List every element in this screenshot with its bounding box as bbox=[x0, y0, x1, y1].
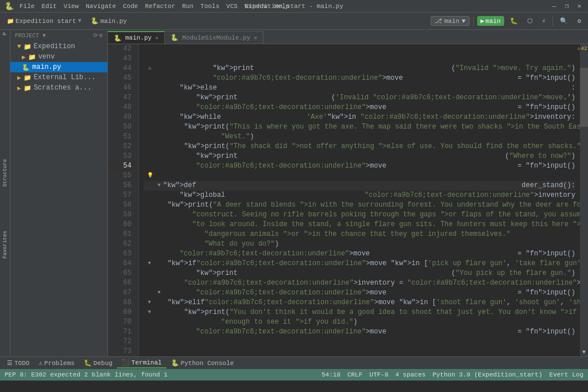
run-icon: ▶ bbox=[481, 17, 485, 25]
python-version[interactable]: Python 3.9 (Expedition_start) bbox=[432, 371, 542, 378]
project-header-icons: ⟳ ⚙ bbox=[93, 32, 103, 39]
run-label: main bbox=[485, 18, 500, 25]
bottom-tab-python-console[interactable]: 🐍 Python Console bbox=[167, 358, 238, 368]
evert-log[interactable]: Evert Log bbox=[550, 371, 583, 378]
py-icon: 🐍 bbox=[22, 64, 30, 71]
folder-icon6: 📁 bbox=[24, 74, 32, 81]
tree-label-scratches: Scratches a... bbox=[34, 84, 92, 92]
menu-run[interactable]: Run bbox=[180, 3, 196, 10]
branch-chevron: ▼ bbox=[462, 18, 466, 25]
run-button[interactable]: ▶ main bbox=[477, 16, 504, 26]
folder-icon: ▼ bbox=[17, 43, 21, 50]
project-selector[interactable]: 📁 Expedition start ▼ bbox=[3, 17, 85, 26]
project-header-label: Project ▼ bbox=[15, 33, 46, 39]
tree-label-venv: venv bbox=[38, 53, 55, 61]
tab-icon-1: 🐍 bbox=[114, 34, 122, 42]
project-panel-icon[interactable]: P bbox=[2, 32, 8, 35]
line-col-indicator[interactable]: 54:18 bbox=[322, 371, 341, 378]
scroll-thumb[interactable] bbox=[580, 68, 588, 127]
debug-button[interactable]: 🐛 bbox=[506, 16, 521, 26]
terminal-label: Terminal bbox=[131, 359, 162, 366]
bottom-tab-debug[interactable]: 🐛 Debug bbox=[79, 358, 117, 368]
right-gutter: ⚠ 42 ▲ ▼ bbox=[580, 44, 588, 356]
sidebar-icons: P Structure Favorites bbox=[0, 30, 10, 356]
settings-button[interactable]: ⚙ bbox=[574, 16, 585, 26]
menu-refactor[interactable]: Refactor bbox=[142, 3, 177, 10]
close-button[interactable]: ✕ bbox=[575, 2, 583, 10]
scroll-track[interactable] bbox=[580, 53, 588, 348]
tab-module-six[interactable]: 🐍 ModuleSixModule.py ✕ bbox=[165, 31, 264, 44]
coverage-icon: ⬡ bbox=[527, 17, 533, 25]
search-icon: 🔍 bbox=[560, 17, 568, 25]
tab-main-py[interactable]: 🐍 main.py ✕ bbox=[108, 31, 165, 44]
chevron-icon: ▼ bbox=[78, 18, 82, 24]
menu-file[interactable]: File bbox=[17, 3, 37, 10]
project-header: Project ▼ ⟳ ⚙ bbox=[10, 30, 107, 41]
bottom-tab-problems[interactable]: ⚠ Problems bbox=[34, 358, 79, 368]
settings-icon2[interactable]: ⚙ bbox=[99, 32, 103, 39]
file-selector[interactable]: 🐍 main.py bbox=[87, 16, 130, 26]
settings-icon: ⚙ bbox=[577, 17, 581, 25]
menu-code[interactable]: Code bbox=[121, 3, 140, 10]
favorites-panel-icon[interactable]: Favorites bbox=[2, 231, 8, 259]
titlebar: 🐍 File Edit View Navigate Code Refactor … bbox=[0, 0, 588, 13]
minimize-button[interactable]: — bbox=[550, 2, 558, 10]
crlf-indicator[interactable]: CRLF bbox=[347, 371, 362, 378]
encoding-indicator[interactable]: UTF-8 bbox=[369, 371, 388, 378]
tree-label-external: External Lib... bbox=[34, 73, 96, 81]
structure-panel-icon[interactable]: Structure bbox=[2, 159, 8, 187]
tree-item-venv[interactable]: ▶ 📁 venv bbox=[10, 52, 107, 62]
project-icon: 📁 bbox=[7, 18, 14, 25]
todo-label: TODO bbox=[14, 360, 29, 367]
line-nums-content: 4243444546474849505152535455565758596061… bbox=[108, 44, 136, 356]
tab-label-1: main.py bbox=[125, 34, 152, 41]
warning-badge[interactable]: ⚠ 42 ▲ bbox=[577, 44, 588, 53]
indent-indicator[interactable]: 4 spaces bbox=[395, 371, 425, 378]
menu-tools[interactable]: Tools bbox=[198, 3, 222, 10]
status-bar: PEP 8: E302 expected 2 blank lines, foun… bbox=[0, 369, 588, 381]
editor-content[interactable]: 4243444546474849505152535455565758596061… bbox=[108, 44, 588, 356]
toolbar: 📁 Expedition start ▼ 🐍 main.py ⎇ main ▼ … bbox=[0, 13, 588, 30]
menu-navigate[interactable]: Navigate bbox=[83, 3, 118, 10]
debug-label: Debug bbox=[94, 360, 113, 367]
sync-icon[interactable]: ⟳ bbox=[93, 32, 98, 39]
maximize-button[interactable]: ❐ bbox=[563, 2, 571, 10]
menu-edit[interactable]: Edit bbox=[39, 3, 59, 10]
status-left: PEP 8: E302 expected 2 blank lines, foun… bbox=[5, 371, 168, 378]
debug-icon: 🐛 bbox=[510, 17, 518, 25]
bottom-tab-terminal[interactable]: ⬛ Terminal bbox=[117, 358, 167, 368]
toolbar-separator bbox=[473, 17, 474, 26]
menu-vcs[interactable]: VCS bbox=[224, 3, 240, 10]
coverage-button[interactable]: ⬡ bbox=[524, 16, 536, 26]
tree-item-expedition[interactable]: ▼ 📁 Expedition bbox=[10, 41, 107, 52]
profile-icon: ⚡ bbox=[542, 17, 546, 25]
tree-item-main[interactable]: 🐍 main.py bbox=[10, 62, 107, 72]
editor-tabs: 🐍 main.py ✕ 🐍 ModuleSixModule.py ✕ bbox=[108, 30, 588, 44]
editor-area: 🐍 main.py ✕ 🐍 ModuleSixModule.py ✕ 42434… bbox=[108, 30, 588, 356]
app-icon: 🐍 bbox=[5, 2, 14, 11]
code-area[interactable]: ⚠ "kw">print("Invalid ">move. Try again.… bbox=[139, 44, 580, 356]
problems-label: Problems bbox=[44, 360, 75, 367]
profile-button[interactable]: ⚡ bbox=[539, 16, 550, 26]
python-console-icon: 🐍 bbox=[171, 359, 179, 367]
problems-icon: ⚠ bbox=[38, 359, 42, 367]
tab-close-1[interactable]: ✕ bbox=[155, 34, 158, 41]
titlebar-controls: — ❐ ✕ bbox=[550, 2, 583, 10]
tab-icon-2: 🐍 bbox=[171, 34, 179, 41]
scroll-down-button[interactable]: ▼ bbox=[581, 348, 586, 356]
line-numbers: 4243444546474849505152535455565758596061… bbox=[108, 44, 139, 356]
vcs-icon: ⎇ bbox=[435, 17, 442, 25]
tab-label-2: ModuleSixModule.py bbox=[182, 34, 250, 41]
tree-item-scratches[interactable]: ▶ 📁 Scratches a... bbox=[10, 83, 107, 93]
bottom-bar: ☰ TODO ⚠ Problems 🐛 Debug ⬛ Terminal 🐍 P… bbox=[0, 356, 588, 369]
tree-item-external[interactable]: ▶ 📁 External Lib... bbox=[10, 72, 107, 83]
code-lines: ⚠ "kw">print("Invalid ">move. Try again.… bbox=[144, 64, 575, 356]
folder-icon5: ▶ bbox=[17, 74, 21, 81]
menu-view[interactable]: View bbox=[61, 3, 81, 10]
folder-icon2: 📁 bbox=[24, 43, 32, 51]
tab-close-2[interactable]: ✕ bbox=[254, 34, 257, 41]
search-button[interactable]: 🔍 bbox=[556, 16, 571, 26]
branch-selector[interactable]: ⎇ main ▼ bbox=[431, 16, 470, 26]
folder-icon4: 📁 bbox=[28, 53, 36, 61]
bottom-tab-todo[interactable]: ☰ TODO bbox=[2, 358, 34, 368]
